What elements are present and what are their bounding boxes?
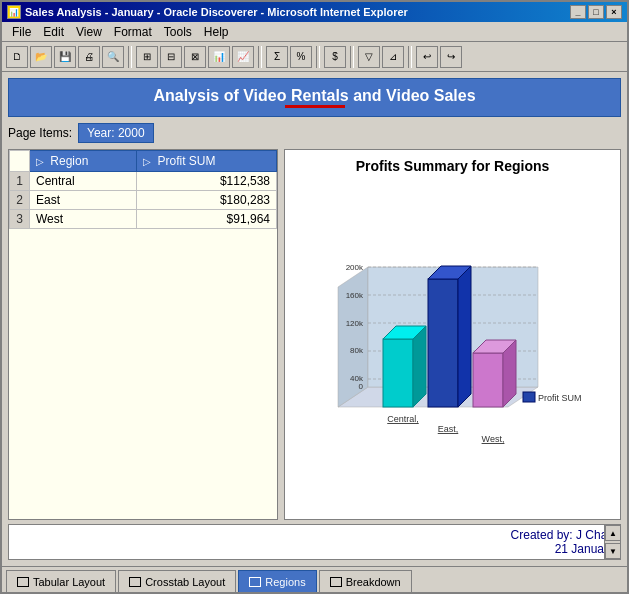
col-header-region[interactable]: ▷ Region <box>30 151 137 172</box>
svg-rect-14 <box>383 339 413 407</box>
tab-label-crosstab: Crosstab Layout <box>145 576 225 588</box>
tool-12[interactable]: ↪ <box>440 46 462 68</box>
tool-9[interactable]: ▽ <box>358 46 380 68</box>
footer-line1: Created by: J Chan <box>15 528 614 542</box>
preview-button[interactable]: 🔍 <box>102 46 124 68</box>
report-title: Analysis of Video Rentals and Video Sale… <box>8 78 621 117</box>
sort-icon-profit: ▷ <box>143 156 151 167</box>
title-bar: 📊 Sales Analysis - January - Oracle Disc… <box>2 2 627 22</box>
title-bar-left: 📊 Sales Analysis - January - Oracle Disc… <box>7 5 408 19</box>
separator-2 <box>258 46 262 68</box>
menu-help[interactable]: Help <box>198 24 235 40</box>
scroll-up-button[interactable]: ▲ <box>605 525 621 541</box>
tool-2[interactable]: ⊟ <box>160 46 182 68</box>
table-row: 1 Central $112,538 <box>10 172 277 191</box>
chart-svg: 0 40k 80k 120k 160k 200k <box>308 237 598 457</box>
report-area: ▷ Region ▷ Profit SUM 1 Central <box>8 149 621 520</box>
chart-area: Profits Summary for Regions <box>284 149 621 520</box>
tool-7[interactable]: % <box>290 46 312 68</box>
menu-edit[interactable]: Edit <box>37 24 70 40</box>
data-table: ▷ Region ▷ Profit SUM 1 Central <box>9 150 277 229</box>
svg-text:Profit SUM: Profit SUM <box>538 393 582 403</box>
open-button[interactable]: 📂 <box>30 46 52 68</box>
tool-11[interactable]: ↩ <box>416 46 438 68</box>
scroll-down-button[interactable]: ▼ <box>605 543 621 559</box>
print-button[interactable]: 🖨 <box>78 46 100 68</box>
tool-4[interactable]: 📊 <box>208 46 230 68</box>
new-button[interactable]: 🗋 <box>6 46 28 68</box>
col-header-profit[interactable]: ▷ Profit SUM <box>137 151 277 172</box>
svg-text:West,: West, <box>481 434 504 444</box>
year-badge-text: Year: 2000 <box>87 126 145 140</box>
sort-icon-region: ▷ <box>36 156 44 167</box>
tab-label-breakdown: Breakdown <box>346 576 401 588</box>
svg-text:East,: East, <box>437 424 458 434</box>
svg-rect-20 <box>473 353 503 407</box>
tab-icon-crosstab <box>129 577 141 587</box>
menu-format[interactable]: Format <box>108 24 158 40</box>
profit-cell-3: $91,964 <box>137 210 277 229</box>
svg-text:200k: 200k <box>345 263 363 272</box>
region-cell-3: West <box>30 210 137 229</box>
app-icon: 📊 <box>7 5 21 19</box>
svg-marker-16 <box>413 326 426 407</box>
tab-regions[interactable]: Regions <box>238 570 316 592</box>
menu-tools[interactable]: Tools <box>158 24 198 40</box>
footer-area: Created by: J Chan 21 January ▲ ▼ <box>8 524 621 560</box>
separator-4 <box>350 46 354 68</box>
row-num-1: 1 <box>10 172 30 191</box>
title-underline <box>285 105 345 108</box>
separator-1 <box>128 46 132 68</box>
row-num-3: 3 <box>10 210 30 229</box>
tab-icon-regions <box>249 577 261 587</box>
page-items-bar: Page Items: Year: 2000 <box>8 121 621 145</box>
profit-cell-2: $180,283 <box>137 191 277 210</box>
separator-3 <box>316 46 320 68</box>
region-cell-1: Central <box>30 172 137 191</box>
svg-text:120k: 120k <box>345 319 363 328</box>
tab-icon-tabular <box>17 577 29 587</box>
svg-rect-17 <box>428 279 458 407</box>
year-badge[interactable]: Year: 2000 <box>78 123 154 143</box>
chart-title: Profits Summary for Regions <box>289 154 616 178</box>
minimize-button[interactable]: _ <box>570 5 586 19</box>
svg-text:160k: 160k <box>345 291 363 300</box>
separator-5 <box>408 46 412 68</box>
menu-file[interactable]: File <box>6 24 37 40</box>
tool-5[interactable]: 📈 <box>232 46 254 68</box>
tool-1[interactable]: ⊞ <box>136 46 158 68</box>
svg-text:40k: 40k <box>350 374 364 383</box>
tool-6[interactable]: Σ <box>266 46 288 68</box>
tab-icon-breakdown <box>330 577 342 587</box>
svg-text:0: 0 <box>358 382 363 391</box>
region-cell-2: East <box>30 191 137 210</box>
tab-tabular-layout[interactable]: Tabular Layout <box>6 570 116 592</box>
menu-view[interactable]: View <box>70 24 108 40</box>
save-button[interactable]: 💾 <box>54 46 76 68</box>
tab-bar: Tabular Layout Crosstab Layout Regions B… <box>2 566 627 592</box>
svg-rect-26 <box>523 392 535 402</box>
tab-label-regions: Regions <box>265 576 305 588</box>
svg-text:Central,: Central, <box>387 414 419 424</box>
scrollbar-vertical[interactable]: ▲ ▼ <box>604 525 620 559</box>
footer-text: Created by: J Chan 21 January <box>15 528 614 556</box>
close-button[interactable]: × <box>606 5 622 19</box>
tool-10[interactable]: ⊿ <box>382 46 404 68</box>
svg-marker-1 <box>338 267 368 407</box>
svg-marker-19 <box>458 266 471 407</box>
maximize-button[interactable]: □ <box>588 5 604 19</box>
title-bar-controls[interactable]: _ □ × <box>570 5 622 19</box>
tab-breakdown[interactable]: Breakdown <box>319 570 412 592</box>
tool-8[interactable]: $ <box>324 46 346 68</box>
content-area: Analysis of Video Rentals and Video Sale… <box>2 72 627 566</box>
data-table-container: ▷ Region ▷ Profit SUM 1 Central <box>8 149 278 520</box>
tool-3[interactable]: ⊠ <box>184 46 206 68</box>
row-num-2: 2 <box>10 191 30 210</box>
svg-text:80k: 80k <box>350 346 364 355</box>
table-row: 2 East $180,283 <box>10 191 277 210</box>
profit-cell-1: $112,538 <box>137 172 277 191</box>
tab-crosstab-layout[interactable]: Crosstab Layout <box>118 570 236 592</box>
corner-cell <box>10 151 30 172</box>
report-title-text: Analysis of Video Rentals and Video Sale… <box>153 87 475 104</box>
page-items-label: Page Items: <box>8 126 72 140</box>
